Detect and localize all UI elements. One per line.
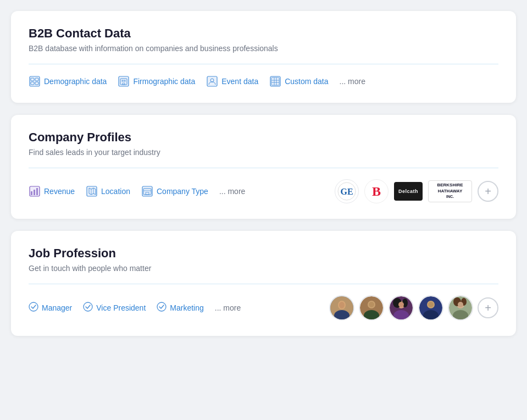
card2-divider <box>29 168 498 168</box>
tag-location[interactable]: Location <box>86 185 130 197</box>
card3-more[interactable]: ... more <box>215 303 241 312</box>
avatar-1 <box>329 295 354 320</box>
card2-title: Company Profiles <box>29 130 498 145</box>
building2-icon <box>141 185 153 197</box>
card3-subtitle: Get in touch with people who matter <box>29 264 498 273</box>
card1-tags-row: Demographic data Firmographic data <box>29 75 498 87</box>
avatars-row: + <box>329 295 498 320</box>
svg-point-37 <box>339 302 345 308</box>
card3-bottom-row: Manager Vice President <box>29 295 498 320</box>
tag-firmographic-data[interactable]: Firmographic data <box>118 75 195 87</box>
tag-firmographic-label: Firmographic data <box>133 77 195 86</box>
card1-subtitle: B2B database with information on compani… <box>29 44 498 53</box>
avatar-2 <box>359 295 384 320</box>
tag-event-label: Event data <box>221 77 258 86</box>
tag-marketing-label: Marketing <box>170 303 203 312</box>
svg-rect-19 <box>31 191 32 195</box>
add-more-avatars-button[interactable]: + <box>478 297 498 318</box>
building-icon <box>118 75 130 87</box>
svg-rect-20 <box>34 190 35 195</box>
check-manager-icon <box>29 302 38 314</box>
card1-divider <box>29 64 498 64</box>
map-icon <box>86 185 98 197</box>
card2-more[interactable]: ... more <box>219 187 245 196</box>
svg-rect-12 <box>270 76 280 86</box>
berkshire-text: BERKSHIREHATHAWAYINC. <box>437 183 463 200</box>
svg-point-31 <box>29 302 38 311</box>
tag-manager[interactable]: Manager <box>29 302 72 314</box>
b2b-contact-data-card: B2B Contact Data B2B database with infor… <box>11 11 516 103</box>
svg-point-47 <box>398 302 404 307</box>
svg-rect-21 <box>36 188 38 195</box>
check-marketing-icon <box>157 302 167 314</box>
grid-icon <box>269 75 281 87</box>
card1-more[interactable]: ... more <box>340 77 365 86</box>
add-more-logos-button[interactable]: + <box>478 181 498 202</box>
delcath-logo[interactable]: Delcath <box>394 182 423 201</box>
tag-demographic-label: Demographic data <box>44 77 107 86</box>
tag-company-type-label: Company Type <box>157 187 208 196</box>
svg-point-33 <box>157 302 166 311</box>
card1-title: B2B Contact Data <box>29 26 498 41</box>
tag-marketing[interactable]: Marketing <box>157 302 203 314</box>
chart-icon <box>29 185 41 197</box>
people-icon <box>29 75 41 87</box>
job-profession-card: Job Profession Get in touch with people … <box>11 231 516 336</box>
svg-rect-22 <box>87 186 97 196</box>
svg-rect-10 <box>207 76 217 86</box>
tag-event-data[interactable]: Event data <box>206 75 258 87</box>
berkshire-hathaway-logo[interactable]: BERKSHIREHATHAWAYINC. <box>428 180 472 202</box>
tag-vp-label: Vice President <box>96 303 146 312</box>
tag-revenue[interactable]: Revenue <box>29 185 75 197</box>
svg-point-41 <box>369 302 374 307</box>
tag-vice-president[interactable]: Vice President <box>83 302 146 314</box>
svg-point-51 <box>428 302 434 307</box>
card3-title: Job Profession <box>29 246 498 261</box>
svg-text:GE: GE <box>340 187 353 196</box>
contact-icon <box>206 75 218 87</box>
tag-manager-label: Manager <box>42 303 72 312</box>
tag-demographic-data[interactable]: Demographic data <box>29 75 107 87</box>
card2-bottom-row: Revenue Location <box>29 179 498 203</box>
tag-company-type[interactable]: Company Type <box>141 185 208 197</box>
company-profiles-card: Company Profiles Find sales leads in you… <box>11 115 516 219</box>
check-vp-icon <box>83 302 93 314</box>
svg-point-57 <box>458 302 463 307</box>
card3-tags-row: Manager Vice President <box>29 302 241 314</box>
card2-tags-row: Revenue Location <box>29 185 245 197</box>
tag-custom-data[interactable]: Custom data <box>269 75 328 87</box>
tag-location-label: Location <box>101 187 130 196</box>
avatar-5 <box>448 295 473 320</box>
avatar-3 <box>389 295 414 320</box>
ge-logo[interactable]: GE <box>335 179 359 203</box>
delcath-text: Delcath <box>398 189 418 194</box>
b-logo[interactable]: B <box>364 179 389 203</box>
card3-divider <box>29 284 498 284</box>
tag-revenue-label: Revenue <box>44 187 75 196</box>
svg-point-32 <box>84 302 92 311</box>
b-letter: B <box>372 184 381 199</box>
avatar-4 <box>418 295 443 320</box>
company-logos-row: GE B Delcath BERKSHIREHATHAWAYINC. + <box>335 179 498 203</box>
tag-custom-label: Custom data <box>285 77 328 86</box>
card2-subtitle: Find sales leads in your target industry <box>29 148 498 157</box>
